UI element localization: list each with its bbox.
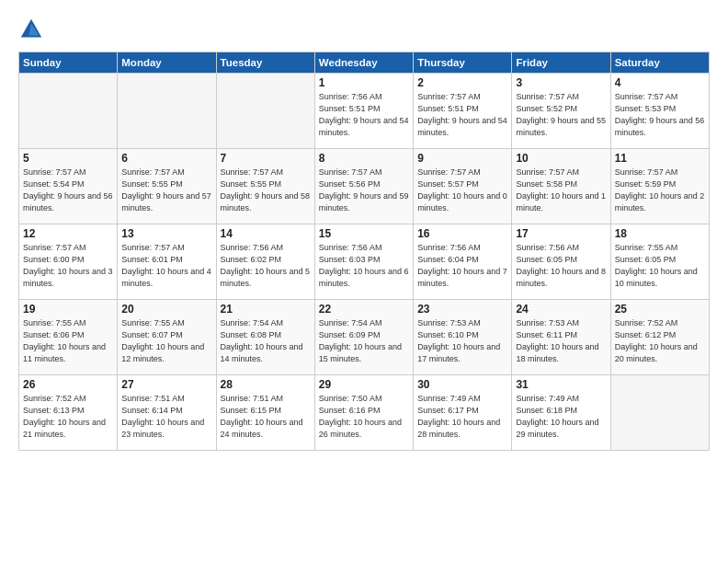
day-info: Sunrise: 7:57 AMSunset: 5:51 PMDaylight:…	[417, 91, 507, 139]
day-number: 26	[23, 378, 113, 391]
day-info: Sunrise: 7:57 AMSunset: 6:00 PMDaylight:…	[23, 242, 113, 290]
day-info: Sunrise: 7:51 AMSunset: 6:14 PMDaylight:…	[121, 393, 211, 441]
day-info: Sunrise: 7:57 AMSunset: 5:56 PMDaylight:…	[319, 167, 409, 214]
calendar-cell: 5Sunrise: 7:57 AMSunset: 5:54 PMDaylight…	[19, 149, 118, 224]
weekday-header-row: SundayMondayTuesdayWednesdayThursdayFrid…	[19, 52, 710, 74]
weekday-header-wednesday: Wednesday	[314, 52, 413, 74]
day-number: 24	[516, 303, 606, 316]
calendar-cell: 24Sunrise: 7:53 AMSunset: 6:11 PMDayligh…	[512, 300, 610, 375]
week-row-1: 1Sunrise: 7:56 AMSunset: 5:51 PMDaylight…	[19, 74, 710, 149]
day-info: Sunrise: 7:51 AMSunset: 6:15 PMDaylight:…	[221, 393, 311, 441]
calendar-cell: 8Sunrise: 7:57 AMSunset: 5:56 PMDaylight…	[314, 149, 413, 224]
day-info: Sunrise: 7:57 AMSunset: 6:01 PMDaylight:…	[121, 242, 211, 290]
calendar-cell: 12Sunrise: 7:57 AMSunset: 6:00 PMDayligh…	[19, 224, 118, 300]
calendar-cell: 20Sunrise: 7:55 AMSunset: 6:07 PMDayligh…	[118, 300, 216, 375]
day-number: 22	[319, 303, 409, 316]
day-number: 9	[417, 152, 507, 165]
day-number: 19	[23, 303, 113, 316]
day-number: 25	[615, 303, 705, 316]
day-info: Sunrise: 7:55 AMSunset: 6:07 PMDaylight:…	[121, 317, 211, 365]
day-number: 10	[516, 152, 606, 165]
calendar-cell: 29Sunrise: 7:50 AMSunset: 6:16 PMDayligh…	[314, 375, 413, 451]
calendar-cell: 28Sunrise: 7:51 AMSunset: 6:15 PMDayligh…	[216, 375, 314, 451]
weekday-header-thursday: Thursday	[414, 52, 512, 74]
calendar-cell: 22Sunrise: 7:54 AMSunset: 6:09 PMDayligh…	[314, 300, 413, 375]
day-info: Sunrise: 7:56 AMSunset: 6:04 PMDaylight:…	[417, 242, 507, 290]
day-info: Sunrise: 7:54 AMSunset: 6:09 PMDaylight:…	[319, 317, 409, 365]
day-info: Sunrise: 7:56 AMSunset: 6:03 PMDaylight:…	[319, 242, 409, 290]
calendar-cell: 13Sunrise: 7:57 AMSunset: 6:01 PMDayligh…	[118, 224, 216, 300]
calendar-cell: 30Sunrise: 7:49 AMSunset: 6:17 PMDayligh…	[414, 375, 512, 451]
day-number: 21	[221, 303, 311, 316]
day-info: Sunrise: 7:54 AMSunset: 6:08 PMDaylight:…	[221, 317, 311, 365]
calendar-cell: 2Sunrise: 7:57 AMSunset: 5:51 PMDaylight…	[414, 74, 512, 149]
calendar-cell: 31Sunrise: 7:49 AMSunset: 6:18 PMDayligh…	[512, 375, 610, 451]
weekday-header-sunday: Sunday	[19, 52, 118, 74]
day-number: 7	[221, 152, 311, 165]
day-info: Sunrise: 7:57 AMSunset: 5:54 PMDaylight:…	[23, 167, 113, 214]
calendar-cell	[610, 375, 709, 451]
day-info: Sunrise: 7:56 AMSunset: 6:02 PMDaylight:…	[221, 242, 311, 290]
calendar-cell	[216, 74, 314, 149]
day-number: 20	[121, 303, 211, 316]
calendar-cell: 23Sunrise: 7:53 AMSunset: 6:10 PMDayligh…	[414, 300, 512, 375]
calendar-cell	[19, 74, 118, 149]
day-number: 6	[121, 152, 211, 165]
calendar-cell: 25Sunrise: 7:52 AMSunset: 6:12 PMDayligh…	[610, 300, 709, 375]
calendar-cell: 19Sunrise: 7:55 AMSunset: 6:06 PMDayligh…	[19, 300, 118, 375]
logo-icon	[18, 17, 44, 42]
day-number: 30	[417, 378, 507, 391]
calendar-cell: 11Sunrise: 7:57 AMSunset: 5:59 PMDayligh…	[610, 149, 709, 224]
day-info: Sunrise: 7:55 AMSunset: 6:05 PMDaylight:…	[615, 242, 705, 290]
day-number: 28	[221, 378, 311, 391]
weekday-header-tuesday: Tuesday	[216, 52, 314, 74]
day-info: Sunrise: 7:56 AMSunset: 6:05 PMDaylight:…	[516, 242, 606, 290]
day-info: Sunrise: 7:52 AMSunset: 6:12 PMDaylight:…	[615, 317, 705, 365]
calendar-cell: 16Sunrise: 7:56 AMSunset: 6:04 PMDayligh…	[414, 224, 512, 300]
day-info: Sunrise: 7:57 AMSunset: 5:58 PMDaylight:…	[516, 167, 606, 214]
day-info: Sunrise: 7:56 AMSunset: 5:51 PMDaylight:…	[319, 91, 409, 139]
calendar-cell: 9Sunrise: 7:57 AMSunset: 5:57 PMDaylight…	[414, 149, 512, 224]
logo	[18, 17, 48, 42]
calendar-cell: 27Sunrise: 7:51 AMSunset: 6:14 PMDayligh…	[118, 375, 216, 451]
day-info: Sunrise: 7:57 AMSunset: 5:52 PMDaylight:…	[516, 91, 606, 139]
calendar-cell: 18Sunrise: 7:55 AMSunset: 6:05 PMDayligh…	[610, 224, 709, 300]
calendar-cell: 7Sunrise: 7:57 AMSunset: 5:55 PMDaylight…	[216, 149, 314, 224]
day-number: 5	[23, 152, 113, 165]
week-row-3: 12Sunrise: 7:57 AMSunset: 6:00 PMDayligh…	[19, 224, 710, 300]
day-info: Sunrise: 7:53 AMSunset: 6:11 PMDaylight:…	[516, 317, 606, 365]
calendar-cell: 26Sunrise: 7:52 AMSunset: 6:13 PMDayligh…	[19, 375, 118, 451]
day-info: Sunrise: 7:57 AMSunset: 5:55 PMDaylight:…	[121, 167, 211, 214]
day-number: 8	[319, 152, 409, 165]
calendar-cell: 17Sunrise: 7:56 AMSunset: 6:05 PMDayligh…	[512, 224, 610, 300]
week-row-4: 19Sunrise: 7:55 AMSunset: 6:06 PMDayligh…	[19, 300, 710, 375]
calendar-cell: 21Sunrise: 7:54 AMSunset: 6:08 PMDayligh…	[216, 300, 314, 375]
day-number: 4	[615, 76, 705, 89]
day-number: 17	[516, 227, 606, 240]
calendar-cell: 4Sunrise: 7:57 AMSunset: 5:53 PMDaylight…	[610, 74, 709, 149]
calendar-cell: 15Sunrise: 7:56 AMSunset: 6:03 PMDayligh…	[314, 224, 413, 300]
day-number: 14	[221, 227, 311, 240]
day-number: 16	[417, 227, 507, 240]
calendar-table: SundayMondayTuesdayWednesdayThursdayFrid…	[18, 52, 710, 451]
calendar-cell: 3Sunrise: 7:57 AMSunset: 5:52 PMDaylight…	[512, 74, 610, 149]
day-number: 2	[417, 76, 507, 89]
header	[18, 17, 710, 42]
weekday-header-saturday: Saturday	[610, 52, 709, 74]
calendar-cell: 10Sunrise: 7:57 AMSunset: 5:58 PMDayligh…	[512, 149, 610, 224]
day-number: 27	[121, 378, 211, 391]
day-info: Sunrise: 7:57 AMSunset: 5:57 PMDaylight:…	[417, 167, 507, 214]
day-number: 12	[23, 227, 113, 240]
day-info: Sunrise: 7:57 AMSunset: 5:53 PMDaylight:…	[615, 91, 705, 139]
day-number: 29	[319, 378, 409, 391]
day-info: Sunrise: 7:49 AMSunset: 6:18 PMDaylight:…	[516, 393, 606, 441]
day-number: 31	[516, 378, 606, 391]
day-number: 13	[121, 227, 211, 240]
calendar-cell: 1Sunrise: 7:56 AMSunset: 5:51 PMDaylight…	[314, 74, 413, 149]
day-info: Sunrise: 7:57 AMSunset: 5:59 PMDaylight:…	[615, 167, 705, 214]
weekday-header-monday: Monday	[118, 52, 216, 74]
calendar-cell	[118, 74, 216, 149]
week-row-5: 26Sunrise: 7:52 AMSunset: 6:13 PMDayligh…	[19, 375, 710, 451]
day-number: 15	[319, 227, 409, 240]
day-info: Sunrise: 7:50 AMSunset: 6:16 PMDaylight:…	[319, 393, 409, 441]
